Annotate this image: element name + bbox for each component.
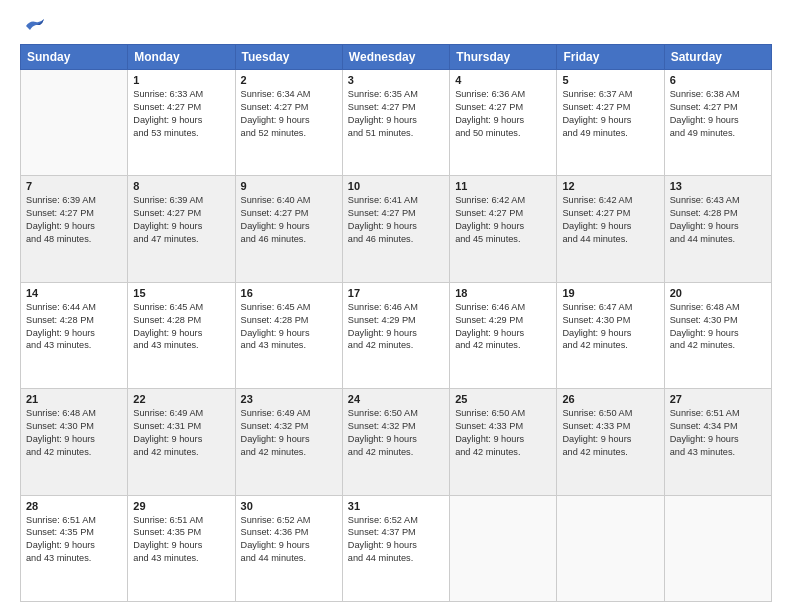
day-number: 26: [562, 393, 658, 405]
day-info: Sunrise: 6:50 AM Sunset: 4:33 PM Dayligh…: [455, 407, 551, 459]
calendar-week-row: 1Sunrise: 6:33 AM Sunset: 4:27 PM Daylig…: [21, 70, 772, 176]
calendar-day-cell: 4Sunrise: 6:36 AM Sunset: 4:27 PM Daylig…: [450, 70, 557, 176]
weekday-header-thursday: Thursday: [450, 45, 557, 70]
day-number: 11: [455, 180, 551, 192]
day-info: Sunrise: 6:39 AM Sunset: 4:27 PM Dayligh…: [26, 194, 122, 246]
day-info: Sunrise: 6:44 AM Sunset: 4:28 PM Dayligh…: [26, 301, 122, 353]
calendar-day-cell: 31Sunrise: 6:52 AM Sunset: 4:37 PM Dayli…: [342, 495, 449, 601]
day-info: Sunrise: 6:47 AM Sunset: 4:30 PM Dayligh…: [562, 301, 658, 353]
weekday-header-row: SundayMondayTuesdayWednesdayThursdayFrid…: [21, 45, 772, 70]
calendar-day-cell: 28Sunrise: 6:51 AM Sunset: 4:35 PM Dayli…: [21, 495, 128, 601]
calendar-day-cell: 17Sunrise: 6:46 AM Sunset: 4:29 PM Dayli…: [342, 282, 449, 388]
calendar-day-cell: 27Sunrise: 6:51 AM Sunset: 4:34 PM Dayli…: [664, 389, 771, 495]
calendar-day-cell: 3Sunrise: 6:35 AM Sunset: 4:27 PM Daylig…: [342, 70, 449, 176]
calendar-day-cell: 1Sunrise: 6:33 AM Sunset: 4:27 PM Daylig…: [128, 70, 235, 176]
day-number: 1: [133, 74, 229, 86]
day-info: Sunrise: 6:45 AM Sunset: 4:28 PM Dayligh…: [241, 301, 337, 353]
day-info: Sunrise: 6:50 AM Sunset: 4:33 PM Dayligh…: [562, 407, 658, 459]
day-info: Sunrise: 6:51 AM Sunset: 4:35 PM Dayligh…: [26, 514, 122, 566]
calendar-day-cell: 24Sunrise: 6:50 AM Sunset: 4:32 PM Dayli…: [342, 389, 449, 495]
day-number: 10: [348, 180, 444, 192]
calendar-day-cell: 2Sunrise: 6:34 AM Sunset: 4:27 PM Daylig…: [235, 70, 342, 176]
weekday-header-friday: Friday: [557, 45, 664, 70]
weekday-header-sunday: Sunday: [21, 45, 128, 70]
day-info: Sunrise: 6:50 AM Sunset: 4:32 PM Dayligh…: [348, 407, 444, 459]
day-info: Sunrise: 6:39 AM Sunset: 4:27 PM Dayligh…: [133, 194, 229, 246]
calendar-day-cell: [557, 495, 664, 601]
day-number: 25: [455, 393, 551, 405]
calendar-week-row: 14Sunrise: 6:44 AM Sunset: 4:28 PM Dayli…: [21, 282, 772, 388]
day-number: 24: [348, 393, 444, 405]
day-number: 30: [241, 500, 337, 512]
day-number: 6: [670, 74, 766, 86]
day-info: Sunrise: 6:51 AM Sunset: 4:35 PM Dayligh…: [133, 514, 229, 566]
day-number: 20: [670, 287, 766, 299]
day-info: Sunrise: 6:46 AM Sunset: 4:29 PM Dayligh…: [455, 301, 551, 353]
calendar-day-cell: [450, 495, 557, 601]
calendar-day-cell: 13Sunrise: 6:43 AM Sunset: 4:28 PM Dayli…: [664, 176, 771, 282]
calendar-day-cell: 23Sunrise: 6:49 AM Sunset: 4:32 PM Dayli…: [235, 389, 342, 495]
day-info: Sunrise: 6:33 AM Sunset: 4:27 PM Dayligh…: [133, 88, 229, 140]
day-info: Sunrise: 6:52 AM Sunset: 4:37 PM Dayligh…: [348, 514, 444, 566]
day-number: 22: [133, 393, 229, 405]
calendar-day-cell: 19Sunrise: 6:47 AM Sunset: 4:30 PM Dayli…: [557, 282, 664, 388]
day-info: Sunrise: 6:45 AM Sunset: 4:28 PM Dayligh…: [133, 301, 229, 353]
day-info: Sunrise: 6:35 AM Sunset: 4:27 PM Dayligh…: [348, 88, 444, 140]
day-info: Sunrise: 6:37 AM Sunset: 4:27 PM Dayligh…: [562, 88, 658, 140]
weekday-header-monday: Monday: [128, 45, 235, 70]
day-info: Sunrise: 6:41 AM Sunset: 4:27 PM Dayligh…: [348, 194, 444, 246]
calendar-week-row: 7Sunrise: 6:39 AM Sunset: 4:27 PM Daylig…: [21, 176, 772, 282]
calendar-day-cell: 11Sunrise: 6:42 AM Sunset: 4:27 PM Dayli…: [450, 176, 557, 282]
day-number: 28: [26, 500, 122, 512]
day-number: 17: [348, 287, 444, 299]
calendar-day-cell: 20Sunrise: 6:48 AM Sunset: 4:30 PM Dayli…: [664, 282, 771, 388]
calendar-day-cell: 6Sunrise: 6:38 AM Sunset: 4:27 PM Daylig…: [664, 70, 771, 176]
day-number: 16: [241, 287, 337, 299]
day-info: Sunrise: 6:51 AM Sunset: 4:34 PM Dayligh…: [670, 407, 766, 459]
calendar-day-cell: 15Sunrise: 6:45 AM Sunset: 4:28 PM Dayli…: [128, 282, 235, 388]
day-number: 2: [241, 74, 337, 86]
day-info: Sunrise: 6:49 AM Sunset: 4:31 PM Dayligh…: [133, 407, 229, 459]
calendar-day-cell: 16Sunrise: 6:45 AM Sunset: 4:28 PM Dayli…: [235, 282, 342, 388]
calendar-day-cell: 30Sunrise: 6:52 AM Sunset: 4:36 PM Dayli…: [235, 495, 342, 601]
calendar-week-row: 21Sunrise: 6:48 AM Sunset: 4:30 PM Dayli…: [21, 389, 772, 495]
day-number: 5: [562, 74, 658, 86]
day-number: 9: [241, 180, 337, 192]
calendar-day-cell: 10Sunrise: 6:41 AM Sunset: 4:27 PM Dayli…: [342, 176, 449, 282]
day-number: 7: [26, 180, 122, 192]
day-info: Sunrise: 6:38 AM Sunset: 4:27 PM Dayligh…: [670, 88, 766, 140]
day-number: 19: [562, 287, 658, 299]
calendar-day-cell: 12Sunrise: 6:42 AM Sunset: 4:27 PM Dayli…: [557, 176, 664, 282]
calendar-day-cell: 9Sunrise: 6:40 AM Sunset: 4:27 PM Daylig…: [235, 176, 342, 282]
calendar-day-cell: 29Sunrise: 6:51 AM Sunset: 4:35 PM Dayli…: [128, 495, 235, 601]
day-info: Sunrise: 6:46 AM Sunset: 4:29 PM Dayligh…: [348, 301, 444, 353]
day-info: Sunrise: 6:43 AM Sunset: 4:28 PM Dayligh…: [670, 194, 766, 246]
day-info: Sunrise: 6:42 AM Sunset: 4:27 PM Dayligh…: [562, 194, 658, 246]
day-number: 4: [455, 74, 551, 86]
day-info: Sunrise: 6:48 AM Sunset: 4:30 PM Dayligh…: [26, 407, 122, 459]
calendar-day-cell: 22Sunrise: 6:49 AM Sunset: 4:31 PM Dayli…: [128, 389, 235, 495]
day-number: 21: [26, 393, 122, 405]
calendar-day-cell: 26Sunrise: 6:50 AM Sunset: 4:33 PM Dayli…: [557, 389, 664, 495]
day-info: Sunrise: 6:49 AM Sunset: 4:32 PM Dayligh…: [241, 407, 337, 459]
day-info: Sunrise: 6:34 AM Sunset: 4:27 PM Dayligh…: [241, 88, 337, 140]
day-number: 15: [133, 287, 229, 299]
day-info: Sunrise: 6:42 AM Sunset: 4:27 PM Dayligh…: [455, 194, 551, 246]
calendar-day-cell: 18Sunrise: 6:46 AM Sunset: 4:29 PM Dayli…: [450, 282, 557, 388]
page: SundayMondayTuesdayWednesdayThursdayFrid…: [0, 0, 792, 612]
day-number: 27: [670, 393, 766, 405]
weekday-header-tuesday: Tuesday: [235, 45, 342, 70]
day-number: 8: [133, 180, 229, 192]
calendar-day-cell: [664, 495, 771, 601]
day-info: Sunrise: 6:36 AM Sunset: 4:27 PM Dayligh…: [455, 88, 551, 140]
day-number: 13: [670, 180, 766, 192]
calendar-week-row: 28Sunrise: 6:51 AM Sunset: 4:35 PM Dayli…: [21, 495, 772, 601]
calendar-day-cell: 7Sunrise: 6:39 AM Sunset: 4:27 PM Daylig…: [21, 176, 128, 282]
calendar-table: SundayMondayTuesdayWednesdayThursdayFrid…: [20, 44, 772, 602]
day-number: 18: [455, 287, 551, 299]
day-info: Sunrise: 6:40 AM Sunset: 4:27 PM Dayligh…: [241, 194, 337, 246]
day-info: Sunrise: 6:48 AM Sunset: 4:30 PM Dayligh…: [670, 301, 766, 353]
calendar-day-cell: 8Sunrise: 6:39 AM Sunset: 4:27 PM Daylig…: [128, 176, 235, 282]
day-info: Sunrise: 6:52 AM Sunset: 4:36 PM Dayligh…: [241, 514, 337, 566]
calendar-day-cell: 25Sunrise: 6:50 AM Sunset: 4:33 PM Dayli…: [450, 389, 557, 495]
